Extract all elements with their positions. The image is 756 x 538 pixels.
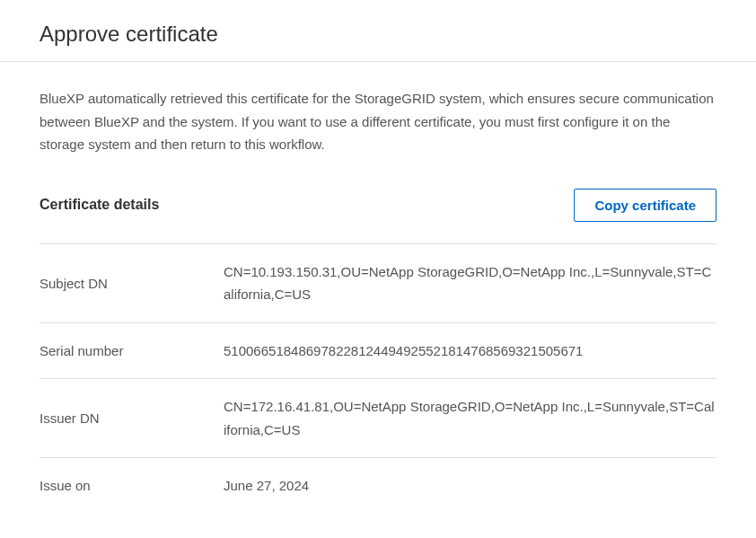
- details-title: Certificate details: [40, 197, 159, 213]
- detail-value-issue-on: June 27, 2024: [224, 474, 309, 498]
- description-text: BlueXP automatically retrieved this cert…: [40, 87, 716, 156]
- page-header: Approve certificate: [0, 0, 756, 62]
- detail-value-issuer-dn: CN=172.16.41.81,OU=NetApp StorageGRID,O=…: [224, 395, 716, 441]
- detail-label-issuer-dn: Issuer DN: [40, 410, 224, 426]
- detail-label-subject-dn: Subject DN: [40, 276, 224, 291]
- detail-label-issue-on: Issue on: [40, 478, 224, 493]
- detail-row: Issue on June 27, 2024: [40, 457, 716, 514]
- detail-row: Serial number 51006651848697822812449492…: [40, 322, 716, 379]
- detail-row: Subject DN CN=10.193.150.31,OU=NetApp St…: [40, 243, 716, 322]
- detail-value-serial-number: 5100665184869782281244949255218147685693…: [224, 340, 583, 363]
- detail-row: Issuer DN CN=172.16.41.81,OU=NetApp Stor…: [40, 378, 716, 457]
- page-title: Approve certificate: [40, 22, 716, 47]
- detail-label-serial-number: Serial number: [40, 343, 224, 358]
- copy-certificate-button[interactable]: Copy certificate: [574, 189, 716, 222]
- page-content: BlueXP automatically retrieved this cert…: [0, 62, 756, 514]
- details-header: Certificate details Copy certificate: [40, 189, 716, 222]
- detail-value-subject-dn: CN=10.193.150.31,OU=NetApp StorageGRID,O…: [224, 260, 716, 306]
